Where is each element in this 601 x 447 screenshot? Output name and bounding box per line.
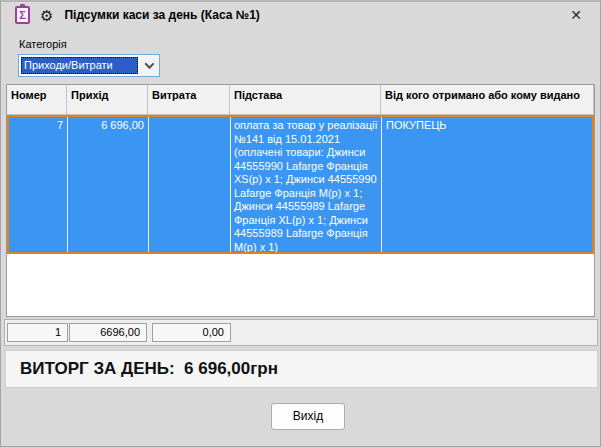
- app-sigma-icon: Σ: [15, 6, 30, 24]
- cell-basis: оплата за товар у реалізації №141 від 15…: [231, 117, 382, 252]
- column-header-income[interactable]: Прихід: [67, 85, 148, 115]
- revenue-panel: ВИТОРГ ЗА ДЕНЬ: 6 696,00грн: [5, 350, 598, 388]
- titlebar: Σ ⚙ Підсумки каси за день (Каса №1) ✕: [1, 2, 600, 28]
- cash-operations-grid: Номер Прихід Витрата Підстава Від кого о…: [6, 84, 595, 317]
- category-selected-value: Приходи/Витрати: [21, 57, 138, 74]
- category-combobox[interactable]: Приходи/Витрати: [18, 54, 160, 77]
- close-icon[interactable]: ✕: [570, 8, 582, 22]
- cell-expense: [149, 117, 231, 252]
- cell-number: 7: [9, 117, 68, 252]
- exit-button[interactable]: Вихід: [271, 403, 345, 430]
- total-count: 1: [7, 323, 68, 342]
- column-header-basis[interactable]: Підстава: [230, 85, 381, 115]
- gear-icon: ⚙: [40, 8, 53, 23]
- column-header-expense[interactable]: Витрата: [148, 85, 230, 115]
- totals-strip: 1 6696,00 0,00: [4, 319, 598, 346]
- daily-revenue-text: ВИТОРГ ЗА ДЕНЬ: 6 696,00грн: [20, 359, 278, 379]
- total-expense: 0,00: [152, 323, 231, 342]
- column-header-number[interactable]: Номер: [7, 85, 67, 115]
- cell-counterparty: ПОКУПЕЦЬ: [382, 117, 592, 252]
- chevron-down-icon: [145, 59, 155, 69]
- dialog-window: Σ ⚙ Підсумки каси за день (Каса №1) ✕ Ка…: [0, 0, 601, 447]
- category-label: Категорія: [19, 38, 67, 50]
- combobox-dropdown-button[interactable]: [140, 55, 159, 76]
- window-title: Підсумки каси за день (Каса №1): [64, 8, 259, 22]
- grid-header-row: Номер Прихід Витрата Підстава Від кого о…: [7, 85, 594, 115]
- cell-income: 6 696,00: [68, 117, 149, 252]
- column-header-counterparty[interactable]: Від кого отримано або кому видано: [381, 85, 594, 115]
- table-row-selected[interactable]: 7 6 696,00 оплата за товар у реалізації …: [7, 115, 594, 254]
- total-income: 6696,00: [69, 323, 147, 342]
